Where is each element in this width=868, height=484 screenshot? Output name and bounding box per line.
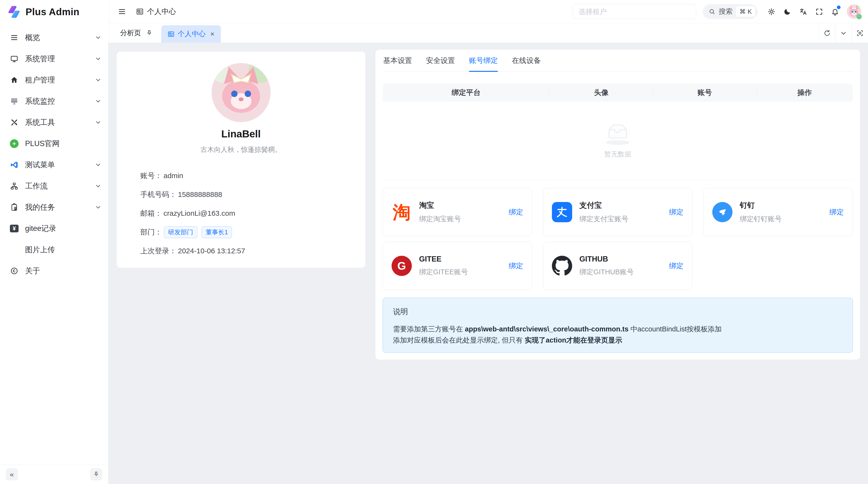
binding-name: GITEE bbox=[419, 255, 468, 263]
tab-options-button[interactable] bbox=[835, 23, 851, 43]
breadcrumb-text: 个人中心 bbox=[147, 7, 176, 17]
monitor-filled-icon bbox=[9, 96, 19, 106]
chevron-down-icon bbox=[95, 56, 101, 62]
sidebar-item-workflow[interactable]: 工作流 bbox=[0, 175, 108, 197]
binding-name: GITHUB bbox=[579, 255, 634, 263]
tools-icon bbox=[9, 118, 19, 128]
binding-desc: 绑定支付宝账号 bbox=[579, 214, 628, 224]
sidebar-pin-button[interactable] bbox=[90, 468, 102, 480]
sidebar-item-label: gitee记录 bbox=[25, 223, 56, 233]
binding-desc: 绑定GITEE账号 bbox=[419, 267, 468, 277]
note-line-2: 添加对应模板后会在此处显示绑定, 但只有 实现了action才能在登录页显示 bbox=[393, 334, 842, 346]
chevron-down-icon bbox=[95, 34, 101, 41]
avatar-image bbox=[212, 63, 271, 122]
fullscreen-button[interactable] bbox=[811, 4, 827, 20]
sidebar-item-tenant-management[interactable]: 租户管理 bbox=[0, 69, 108, 91]
language-button[interactable] bbox=[795, 4, 811, 20]
id-card-icon bbox=[167, 31, 175, 38]
tab-online-devices[interactable]: 在线设备 bbox=[512, 50, 541, 72]
maximize-content-button[interactable] bbox=[851, 23, 868, 43]
sidebar-item-test-menu[interactable]: 测试菜单 bbox=[0, 154, 108, 175]
bind-github-link[interactable]: 绑定 bbox=[669, 261, 684, 271]
bind-dingtalk-link[interactable]: 绑定 bbox=[830, 207, 844, 217]
column-header-avatar: 头像 bbox=[550, 84, 653, 102]
sidebar-item-plus-website[interactable]: PLUS官网 bbox=[0, 133, 108, 154]
search-label: 搜索 bbox=[719, 7, 733, 17]
column-header-actions: 操作 bbox=[756, 84, 853, 102]
sidebar-item-label: 图片上传 bbox=[25, 245, 55, 255]
tenant-select-input[interactable] bbox=[572, 4, 696, 19]
tab-label: 个人中心 bbox=[178, 29, 206, 39]
sidebar-item-label: 系统工具 bbox=[25, 118, 55, 128]
tab-account-binding[interactable]: 账号绑定 bbox=[469, 50, 498, 72]
search-icon bbox=[709, 8, 715, 15]
sidebar-collapse-button[interactable]: « bbox=[6, 468, 18, 480]
gitee-icon: G bbox=[392, 256, 412, 276]
note-line-1: 需要添加第三方账号在 apps\web-antd\src\views\_core… bbox=[393, 323, 842, 334]
sidebar-item-label: 系统监控 bbox=[25, 96, 55, 106]
sidebar-item-image-upload[interactable]: 图片上传 bbox=[0, 239, 108, 260]
bind-gitee-link[interactable]: 绑定 bbox=[509, 261, 523, 271]
sidebar-item-label: PLUS官网 bbox=[25, 138, 60, 149]
theme-toggle-button[interactable] bbox=[779, 4, 795, 20]
app-root: Plus Admin 概览 系统管理 租户管理 系统监控 bbox=[0, 0, 868, 484]
sidebar-item-system-management[interactable]: 系统管理 bbox=[0, 48, 108, 69]
tab-security-settings[interactable]: 安全设置 bbox=[426, 50, 455, 72]
binding-card-dingtalk: 钉钉 绑定钉钉账号 绑定 bbox=[703, 188, 853, 236]
binding-name: 钉钉 bbox=[740, 200, 782, 211]
empty-text: 暂无数据 bbox=[604, 150, 631, 159]
sidebar: Plus Admin 概览 系统管理 租户管理 系统监控 bbox=[0, 0, 108, 484]
tab-personal-center[interactable]: 个人中心 × bbox=[161, 25, 221, 43]
tab-basic-settings[interactable]: 基本设置 bbox=[383, 50, 412, 72]
profile-field-email: 邮箱： crazyLionLi@163.com bbox=[140, 204, 353, 223]
chevron-down-icon bbox=[95, 119, 101, 126]
column-header-account: 账号 bbox=[653, 84, 756, 102]
user-avatar[interactable] bbox=[847, 4, 861, 19]
sidebar-item-label: 测试菜单 bbox=[25, 160, 55, 170]
sidebar-item-label: 概览 bbox=[25, 33, 40, 43]
moon-icon bbox=[783, 8, 791, 16]
app-logo[interactable]: Plus Admin bbox=[7, 5, 80, 19]
sidebar-toggle-button[interactable] bbox=[115, 5, 129, 18]
chevron-down-icon bbox=[95, 98, 101, 105]
tab-analysis-page[interactable]: 分析页 bbox=[120, 28, 141, 38]
refresh-tab-button[interactable] bbox=[819, 23, 835, 43]
search-shortcut-badge: ⌘K bbox=[736, 6, 755, 17]
profile-avatar[interactable] bbox=[212, 63, 271, 122]
global-search-button[interactable]: 搜索 ⌘K bbox=[703, 4, 757, 19]
hamburger-icon bbox=[118, 7, 126, 16]
sidebar-item-overview[interactable]: 概览 bbox=[0, 27, 108, 48]
settings-panel: 基本设置 安全设置 账号绑定 在线设备 绑定平台 头像 账号 操作 暂无数据 bbox=[375, 50, 860, 360]
sidebar-item-label: 工作流 bbox=[25, 181, 48, 191]
home-icon bbox=[9, 75, 19, 85]
sidebar-item-system-monitor[interactable]: 系统监控 bbox=[0, 91, 108, 112]
close-icon[interactable]: × bbox=[210, 30, 215, 38]
profile-field-account: 账号： admin bbox=[140, 166, 353, 185]
notifications-button[interactable] bbox=[827, 4, 843, 20]
binding-name: 淘宝 bbox=[419, 200, 461, 211]
settings-button[interactable] bbox=[763, 4, 779, 20]
binding-card-github: GITHUB 绑定GITHUB账号 绑定 bbox=[543, 242, 692, 290]
sidebar-item-about[interactable]: 关于 bbox=[0, 260, 108, 282]
yen-badge-icon: ¥ bbox=[9, 223, 19, 233]
empty-inbox-icon bbox=[603, 123, 632, 146]
github-icon bbox=[552, 256, 572, 276]
chevron-down-icon bbox=[95, 77, 101, 84]
note-title: 说明 bbox=[393, 306, 842, 317]
sidebar-item-system-tools[interactable]: 系统工具 bbox=[0, 112, 108, 133]
collapse-glyph: « bbox=[10, 470, 14, 479]
column-header-platform: 绑定平台 bbox=[383, 84, 550, 102]
sidebar-item-label: 我的任务 bbox=[25, 202, 55, 212]
profile-field-department: 部门： 研发部门 董事长1 bbox=[140, 223, 353, 241]
sidebar-item-gitee-record[interactable]: ¥ gitee记录 bbox=[0, 218, 108, 239]
sidebar-item-label: 租户管理 bbox=[25, 75, 55, 85]
department-tag: 研发部门 bbox=[164, 226, 197, 238]
alipay-icon bbox=[552, 202, 572, 222]
pin-icon[interactable] bbox=[146, 30, 153, 36]
bind-taobao-link[interactable]: 绑定 bbox=[509, 207, 523, 217]
sidebar-item-label: 关于 bbox=[25, 266, 40, 276]
department-tag: 董事长1 bbox=[202, 226, 232, 238]
bind-alipay-link[interactable]: 绑定 bbox=[669, 207, 684, 217]
sidebar-item-my-tasks[interactable]: 我的任务 bbox=[0, 197, 108, 218]
fullscreen-icon bbox=[815, 8, 823, 16]
